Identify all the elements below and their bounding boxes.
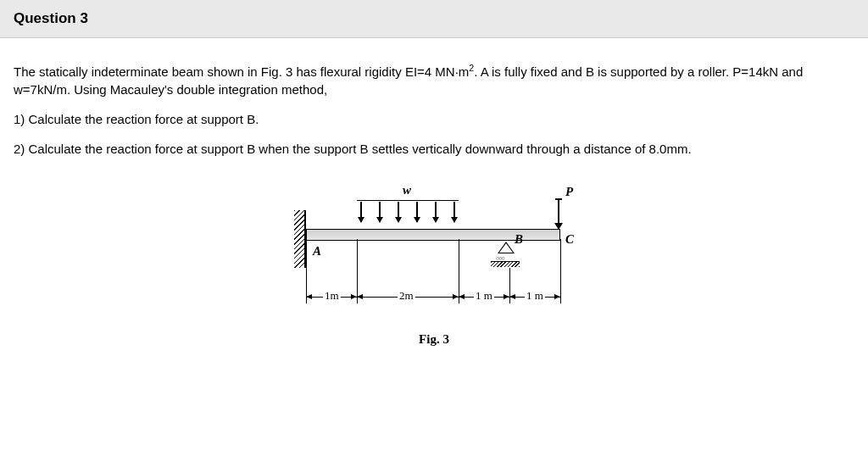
question-header: Question 3: [0, 0, 868, 38]
dim-label-4: 1 m: [525, 288, 545, 303]
load-arrow-icon: [435, 202, 437, 222]
question-body: The statically indeterminate beam shown …: [0, 38, 868, 371]
subquestion-2: 2) Calculate the reaction force at suppo…: [14, 140, 854, 158]
question-title: Question 3: [14, 10, 88, 26]
dim-label-2: 2m: [398, 288, 415, 303]
load-arrow-icon: [453, 202, 455, 222]
figure-3: w P ○○○ A B C: [277, 188, 591, 358]
point-a-label: A: [313, 242, 321, 260]
dimension-row: 1m 2m 1 m 1 m: [306, 273, 560, 307]
point-c-label: C: [565, 231, 574, 248]
load-arrow-icon: [398, 202, 399, 222]
figure-caption: Fig. 3: [277, 331, 591, 348]
intro-paragraph: The statically indeterminate beam shown …: [14, 62, 854, 98]
roller-ground-icon: [491, 261, 520, 267]
intro-text-1: The statically indeterminate beam shown …: [14, 64, 469, 79]
load-p-label: P: [565, 183, 573, 201]
point-b-label: B: [515, 231, 523, 248]
load-w-label: w: [403, 181, 411, 199]
subquestion-1: 1) Calculate the reaction force at suppo…: [14, 110, 854, 128]
figure-wrapper: w P ○○○ A B C: [14, 188, 854, 358]
dim-tick: [560, 239, 561, 303]
point-load-arrow-icon: [558, 200, 559, 229]
load-arrow-icon: [360, 202, 362, 222]
load-arrow-icon: [416, 202, 418, 222]
fixed-support-icon: [294, 210, 306, 268]
dim-label-3: 1 m: [474, 288, 494, 303]
load-arrow-icon: [379, 202, 381, 222]
dim-label-1: 1m: [323, 288, 341, 303]
distributed-load: [357, 200, 459, 229]
roller-mask: [499, 243, 513, 253]
